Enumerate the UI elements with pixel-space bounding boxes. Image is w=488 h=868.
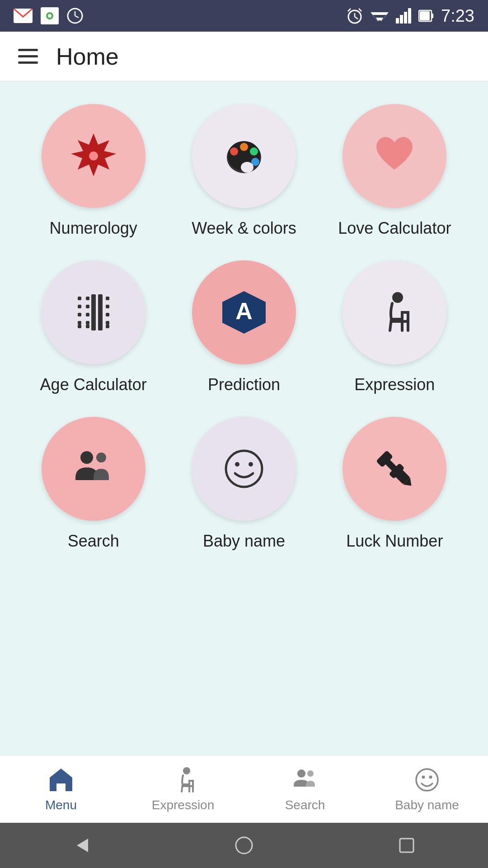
grid-item-love-calculator[interactable]: Love Calculator bbox=[324, 104, 465, 238]
svg-rect-43 bbox=[86, 325, 89, 328]
nav-item-baby-name[interactable]: Baby name bbox=[366, 766, 488, 812]
svg-point-73 bbox=[307, 770, 314, 777]
system-nav-bar bbox=[0, 823, 488, 868]
svg-rect-47 bbox=[106, 305, 109, 308]
svg-marker-67 bbox=[50, 769, 72, 791]
prediction-button[interactable]: A bbox=[192, 260, 296, 364]
luck-number-label: Luck Number bbox=[346, 532, 443, 551]
grid-item-luck-number[interactable]: Luck Number bbox=[324, 417, 465, 551]
status-bar-left bbox=[14, 7, 83, 24]
svg-rect-34 bbox=[78, 297, 81, 300]
people-nav-icon bbox=[291, 766, 319, 793]
svg-rect-48 bbox=[106, 313, 109, 316]
svg-rect-42 bbox=[86, 321, 89, 325]
nav-item-search[interactable]: Search bbox=[244, 766, 366, 812]
svg-line-54 bbox=[390, 319, 391, 330]
age-calculator-button[interactable] bbox=[42, 260, 145, 364]
header: Home bbox=[0, 32, 488, 81]
people-icon bbox=[69, 444, 118, 494]
svg-line-6 bbox=[75, 16, 79, 18]
photo-icon bbox=[41, 7, 59, 24]
home-sys-icon[interactable] bbox=[233, 834, 255, 857]
svg-point-57 bbox=[80, 451, 93, 464]
gmail-icon bbox=[14, 9, 33, 23]
numerology-button[interactable] bbox=[42, 104, 145, 208]
baby-name-button[interactable] bbox=[192, 417, 296, 521]
svg-line-10 bbox=[348, 9, 351, 11]
grid-item-numerology[interactable]: Numerology bbox=[23, 104, 164, 238]
sun-icon bbox=[69, 131, 118, 181]
svg-rect-44 bbox=[91, 294, 96, 330]
nav-item-expression[interactable]: Expression bbox=[122, 766, 244, 812]
smiley-icon bbox=[219, 444, 269, 494]
status-bar: 7:23 bbox=[0, 0, 488, 32]
svg-rect-50 bbox=[106, 325, 109, 328]
svg-rect-38 bbox=[78, 325, 81, 328]
grid-item-prediction[interactable]: A Prediction bbox=[173, 260, 314, 394]
svg-point-59 bbox=[226, 451, 262, 487]
numerology-label: Numerology bbox=[50, 219, 137, 238]
svg-point-33 bbox=[243, 163, 252, 171]
svg-rect-16 bbox=[396, 18, 399, 24]
grid-item-age-calculator[interactable]: Age Calculator bbox=[23, 260, 164, 394]
svg-point-61 bbox=[249, 462, 253, 467]
time-display: 7:23 bbox=[441, 6, 474, 26]
letter-a-icon: A bbox=[219, 288, 269, 337]
expression-button[interactable] bbox=[343, 260, 446, 364]
nav-menu-label: Menu bbox=[45, 798, 77, 812]
svg-point-76 bbox=[429, 775, 432, 778]
nav-expression-label: Expression bbox=[152, 798, 215, 812]
svg-point-3 bbox=[48, 14, 52, 18]
back-nav-icon[interactable] bbox=[70, 834, 93, 857]
hamburger-menu[interactable] bbox=[18, 49, 38, 64]
svg-rect-36 bbox=[78, 313, 81, 316]
svg-rect-35 bbox=[78, 305, 81, 308]
smiley-nav-icon bbox=[413, 766, 441, 793]
grid-item-search[interactable]: Search bbox=[23, 417, 164, 551]
nav-search-label: Search bbox=[285, 798, 325, 812]
prediction-label: Prediction bbox=[208, 375, 280, 394]
grid-item-week-colors[interactable]: Week & colors bbox=[173, 104, 314, 238]
recents-icon[interactable] bbox=[395, 834, 418, 857]
bottom-nav: Menu Expression Search Baby name bbox=[0, 755, 488, 823]
grid-dots-icon bbox=[69, 288, 118, 337]
expression-label: Expression bbox=[354, 375, 435, 394]
grid-item-expression[interactable]: Expression bbox=[324, 260, 465, 394]
status-bar-right: 7:23 bbox=[346, 6, 474, 26]
svg-point-72 bbox=[297, 769, 305, 778]
search-label: Search bbox=[68, 532, 119, 551]
week-colors-button[interactable] bbox=[192, 104, 296, 208]
nav-item-menu[interactable]: Menu bbox=[0, 766, 122, 812]
svg-point-29 bbox=[240, 143, 248, 151]
svg-rect-79 bbox=[400, 839, 413, 852]
clock-status-icon bbox=[67, 8, 83, 24]
page-title: Home bbox=[56, 43, 119, 70]
svg-point-25 bbox=[89, 151, 98, 160]
svg-line-11 bbox=[359, 9, 361, 11]
svg-point-53 bbox=[392, 292, 403, 303]
svg-rect-17 bbox=[400, 15, 403, 24]
sitting-nav-icon bbox=[169, 766, 197, 793]
luck-number-button[interactable] bbox=[343, 417, 446, 521]
svg-line-69 bbox=[182, 784, 183, 792]
heart-icon bbox=[370, 131, 419, 181]
svg-point-28 bbox=[230, 147, 238, 156]
svg-point-60 bbox=[235, 462, 239, 467]
grid-item-baby-name[interactable]: Baby name bbox=[173, 417, 314, 551]
age-calculator-label: Age Calculator bbox=[40, 375, 147, 394]
home-nav-icon bbox=[47, 766, 75, 793]
search-button[interactable] bbox=[42, 417, 145, 521]
nav-baby-name-label: Baby name bbox=[395, 798, 459, 812]
palette-icon bbox=[219, 131, 269, 181]
svg-rect-46 bbox=[106, 297, 109, 300]
svg-point-68 bbox=[183, 767, 190, 774]
love-calculator-button[interactable] bbox=[343, 104, 446, 208]
svg-rect-39 bbox=[86, 297, 89, 300]
svg-line-9 bbox=[355, 17, 358, 19]
svg-point-75 bbox=[422, 775, 425, 778]
svg-rect-19 bbox=[408, 8, 411, 24]
svg-marker-77 bbox=[77, 839, 88, 852]
svg-point-58 bbox=[96, 453, 106, 462]
svg-point-30 bbox=[250, 147, 258, 156]
love-calculator-label: Love Calculator bbox=[338, 219, 451, 238]
